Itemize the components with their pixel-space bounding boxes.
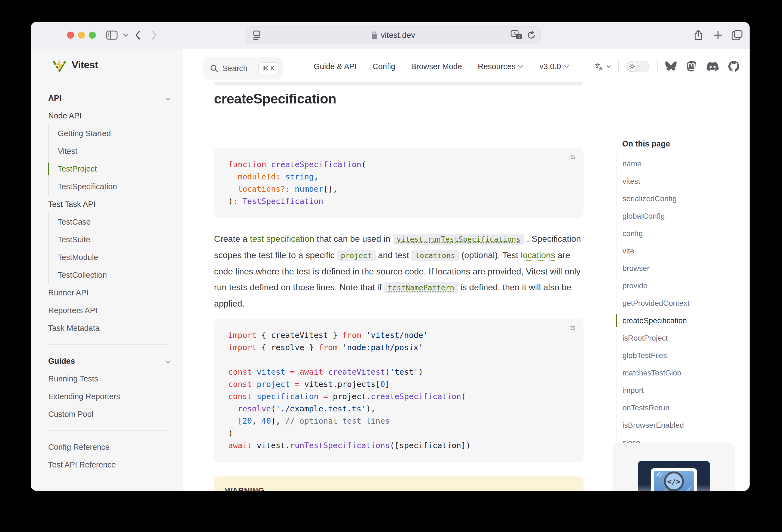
theme-toggle[interactable] bbox=[627, 61, 649, 72]
sidebar-item-guides[interactable]: Guides bbox=[48, 352, 168, 370]
nav-link-config[interactable]: Config bbox=[372, 62, 395, 71]
toc-item-config[interactable]: config bbox=[616, 225, 730, 242]
nav-link-guide-api[interactable]: Guide & API bbox=[314, 62, 357, 71]
text: Create a bbox=[214, 234, 250, 244]
sidebar-item-testcollection[interactable]: TestCollection bbox=[48, 266, 168, 284]
theme-toggle-knob bbox=[628, 62, 637, 71]
nav-link-resources[interactable]: Resources bbox=[478, 62, 524, 71]
sidebar-item-reporters-api[interactable]: Reporters API bbox=[48, 302, 168, 319]
sidebar-item-extending-reporters[interactable]: Extending Reporters bbox=[48, 388, 168, 405]
code-language-badge: ts bbox=[570, 153, 575, 161]
url-text[interactable]: vitest.dev bbox=[381, 31, 415, 40]
code-line bbox=[228, 354, 583, 366]
sidebar-item-runner-api[interactable]: Runner API bbox=[48, 284, 168, 302]
sidebar-toggle-icon[interactable] bbox=[104, 22, 120, 48]
sidebar-item-node-api[interactable]: Node API bbox=[48, 107, 168, 125]
github-icon[interactable] bbox=[728, 61, 739, 72]
minimize-window-button[interactable] bbox=[78, 32, 85, 39]
toc-item-isrootproject[interactable]: isRootProject bbox=[616, 329, 730, 347]
share-icon[interactable] bbox=[690, 22, 707, 48]
sidebar-item-label: TestProject bbox=[58, 165, 97, 173]
vitest-logo[interactable]: Vitest bbox=[52, 58, 98, 72]
nav-link-v3-0-0[interactable]: v3.0.0 bbox=[539, 62, 569, 71]
sidebar-item-api[interactable]: API bbox=[48, 89, 168, 107]
nav-link-label: Browser Mode bbox=[411, 62, 462, 71]
sidebar-item-config-reference[interactable]: Config Reference bbox=[48, 438, 168, 456]
close-window-button[interactable] bbox=[67, 32, 74, 39]
sidebar-item-testspecification[interactable]: TestSpecification bbox=[48, 178, 168, 196]
sidebar-item-testproject[interactable]: TestProject bbox=[48, 160, 168, 178]
toc-item-globalconfig[interactable]: globalConfig bbox=[616, 208, 730, 225]
chevron-down-icon bbox=[518, 65, 524, 68]
zoom-window-button[interactable] bbox=[89, 32, 96, 39]
sidebar-item-vitest[interactable]: Vitest bbox=[48, 142, 168, 160]
inline-link[interactable]: testNamePattern bbox=[384, 282, 458, 293]
svg-text:文: 文 bbox=[518, 35, 521, 39]
sidebar-item-label: Runner API bbox=[48, 288, 88, 297]
traffic-lights[interactable] bbox=[67, 32, 96, 39]
translate-icon[interactable]: A 文 bbox=[510, 30, 523, 40]
sidebar-item-label: TestCase bbox=[58, 217, 91, 226]
forward-button[interactable] bbox=[147, 22, 161, 48]
warning-title: WARNING bbox=[225, 485, 573, 491]
description-paragraph: Create a test specification that can be … bbox=[214, 231, 583, 312]
toc-item-createspecification[interactable]: createSpecification bbox=[616, 312, 730, 329]
toc-item-ontestsrerun[interactable]: onTestsRerun bbox=[616, 399, 730, 417]
discord-icon[interactable] bbox=[707, 62, 718, 71]
code-line: resolve('./example.test.ts'), bbox=[228, 403, 583, 415]
bluesky-icon[interactable] bbox=[665, 61, 677, 72]
sidebar-item-getting-started[interactable]: Getting Started bbox=[48, 125, 168, 142]
sidebar-item-testsuite[interactable]: TestSuite bbox=[48, 231, 168, 249]
reload-icon[interactable] bbox=[527, 31, 536, 40]
code-line: const project = vitest.projects[0] bbox=[228, 378, 583, 390]
toc-item-isbrowserenabled[interactable]: isBrowserEnabled bbox=[616, 417, 730, 434]
code-line: ): TestSpecification bbox=[228, 195, 583, 208]
sidebar-item-testmodule[interactable]: TestModule bbox=[48, 249, 168, 266]
new-tab-icon[interactable] bbox=[709, 22, 727, 48]
sidebar-item-task-metadata[interactable]: Task Metadata bbox=[48, 319, 168, 337]
sidebar-item-test-task-api[interactable]: Test Task API bbox=[48, 196, 168, 213]
inline-link[interactable]: locations bbox=[521, 250, 555, 260]
code-glyph: </> bbox=[667, 477, 681, 486]
nav-link-browser-mode[interactable]: Browser Mode bbox=[411, 62, 462, 71]
sidebar-item-label: TestCollection bbox=[58, 271, 107, 280]
sidebar-item-label: Getting Started bbox=[58, 129, 111, 138]
language-switcher[interactable]: 文 A bbox=[594, 62, 611, 71]
search-input[interactable]: Search ⌘ K bbox=[203, 57, 283, 79]
example-code-block[interactable]: ts import { createVitest } from 'vitest/… bbox=[214, 319, 583, 462]
toc-item-name[interactable]: name bbox=[616, 155, 730, 173]
toc-item-serializedconfig[interactable]: serializedConfig bbox=[616, 190, 730, 208]
sidebar-item-test-api-reference[interactable]: Test API Reference bbox=[48, 456, 168, 474]
toc-item-vite[interactable]: vite bbox=[616, 242, 730, 260]
sidebar-item-custom-pool[interactable]: Custom Pool bbox=[48, 405, 168, 423]
toc-item-getprovidedcontext[interactable]: getProvidedContext bbox=[616, 294, 730, 312]
sidebar-item-label: Running Tests bbox=[48, 375, 98, 383]
sidebar-item-label: Reporters API bbox=[48, 306, 98, 315]
tabs-overview-icon[interactable] bbox=[728, 22, 746, 48]
sidebar-item-testcase[interactable]: TestCase bbox=[48, 213, 168, 231]
back-button[interactable] bbox=[131, 22, 145, 48]
mastodon-icon[interactable] bbox=[686, 61, 697, 72]
search-shortcut: ⌘ K bbox=[258, 62, 279, 74]
logo-text: Vitest bbox=[72, 59, 98, 71]
signature-code-block[interactable]: ts function createSpecification( moduleI… bbox=[214, 148, 583, 218]
toc-item-globtestfiles[interactable]: globTestFiles bbox=[616, 347, 730, 364]
sponsor-card[interactable]: </> bbox=[613, 443, 735, 491]
previous-code-block-edge bbox=[214, 82, 583, 85]
toc-item-matchestestglob[interactable]: matchesTestGlob bbox=[616, 364, 730, 382]
sidebar-item-running-tests[interactable]: Running Tests bbox=[48, 370, 168, 388]
toc-item-vitest[interactable]: vitest bbox=[616, 173, 730, 190]
sun-icon bbox=[629, 64, 635, 69]
chevron-down-icon bbox=[165, 357, 171, 366]
text: that can be used in bbox=[314, 234, 393, 244]
toc-item-provide[interactable]: provide bbox=[616, 277, 730, 294]
inline-link[interactable]: vitest.runTestSpecifications bbox=[393, 234, 524, 245]
inline-code: project bbox=[337, 250, 376, 261]
divider bbox=[657, 60, 657, 73]
chevron-down-icon[interactable] bbox=[121, 22, 131, 48]
toc-item-import[interactable]: import bbox=[616, 382, 730, 399]
vitest-logo-icon bbox=[52, 58, 66, 72]
toc-item-browser[interactable]: browser bbox=[616, 260, 730, 277]
inline-link[interactable]: test specification bbox=[250, 234, 315, 244]
address-bar[interactable]: vitest.dev A 文 bbox=[246, 26, 541, 44]
